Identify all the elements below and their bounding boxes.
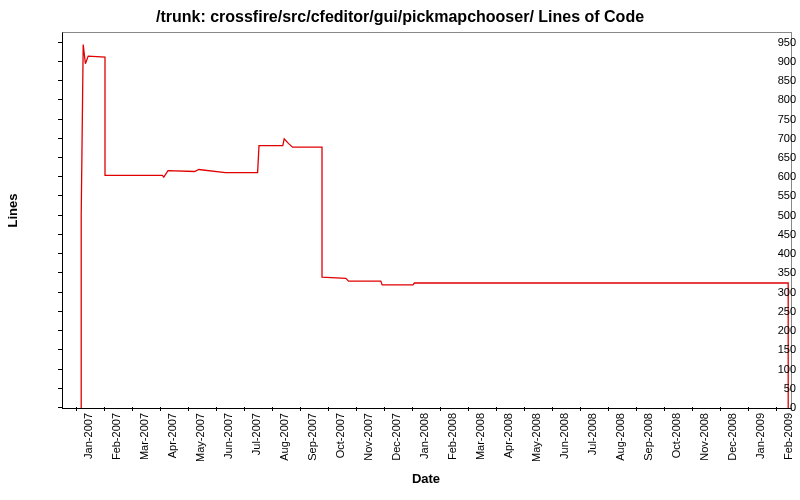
- ytick-label: 550: [740, 189, 800, 201]
- xtick-label: Oct-2007: [332, 413, 346, 458]
- xtick-label: Jan-2008: [416, 413, 430, 459]
- xtick-label: Jul-2008: [584, 413, 598, 455]
- xtick-label: Jul-2007: [248, 413, 262, 455]
- xtick-label: Nov-2008: [696, 413, 710, 461]
- ytick-label: 600: [740, 170, 800, 182]
- xtick-label: Dec-2007: [388, 413, 402, 461]
- ytick-label: 50: [740, 382, 800, 394]
- ytick-label: 800: [740, 93, 800, 105]
- xtick-label: Jan-2007: [80, 413, 94, 459]
- xtick-label: Feb-2008: [444, 413, 458, 460]
- ytick-label: 900: [740, 55, 800, 67]
- xtick-label: May-2008: [528, 413, 542, 462]
- ytick-label: 150: [740, 343, 800, 355]
- xtick-label: Mar-2007: [136, 413, 150, 460]
- ytick-label: 500: [740, 209, 800, 221]
- xtick-label: Feb-2007: [108, 413, 122, 460]
- ytick-label: 700: [740, 132, 800, 144]
- xtick-label: Mar-2008: [472, 413, 486, 460]
- xtick-label: Feb-2009: [780, 413, 794, 460]
- xtick-label: May-2007: [192, 413, 206, 462]
- ytick-label: 400: [740, 247, 800, 259]
- xtick-label: Jan-2009: [752, 413, 766, 459]
- x-axis-label: Date: [62, 471, 790, 486]
- ytick-label: 750: [740, 113, 800, 125]
- xtick-label: Aug-2007: [276, 413, 290, 461]
- plot-area: [62, 32, 792, 409]
- xtick-label: Sep-2008: [640, 413, 654, 461]
- ytick-label: 300: [740, 286, 800, 298]
- xtick-label: Oct-2008: [668, 413, 682, 458]
- ytick-label: 250: [740, 305, 800, 317]
- chart-container: /trunk: crossfire/src/cfeditor/gui/pickm…: [0, 0, 800, 500]
- xtick-label: Sep-2007: [304, 413, 318, 461]
- chart-title: /trunk: crossfire/src/cfeditor/gui/pickm…: [0, 8, 800, 26]
- xtick-label: Dec-2008: [724, 413, 738, 461]
- ytick-label: 450: [740, 228, 800, 240]
- line-series: [63, 33, 791, 408]
- ytick-label: 950: [740, 36, 800, 48]
- ytick-label: 350: [740, 266, 800, 278]
- y-axis-label: Lines: [5, 207, 20, 227]
- ytick-label: 650: [740, 151, 800, 163]
- xtick-label: Apr-2008: [500, 413, 514, 458]
- xtick-label: Jun-2007: [220, 413, 234, 459]
- ytick-label: 100: [740, 363, 800, 375]
- xtick-label: Aug-2008: [612, 413, 626, 461]
- xtick-label: Nov-2007: [360, 413, 374, 461]
- ytick-label: 850: [740, 74, 800, 86]
- xtick-label: Jun-2008: [556, 413, 570, 459]
- ytick-label: 200: [740, 324, 800, 336]
- xtick-label: Apr-2007: [164, 413, 178, 458]
- ytick-label: 0: [740, 401, 800, 413]
